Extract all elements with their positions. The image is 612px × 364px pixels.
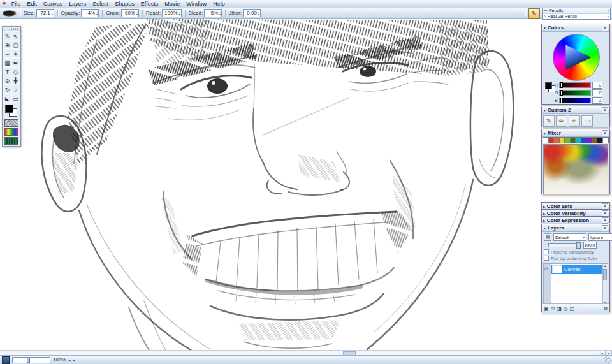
size-input[interactable]: 72.1 ▴▾: [36, 9, 54, 17]
menu-select[interactable]: Select: [89, 0, 112, 8]
layer-opacity-slider[interactable]: [548, 243, 581, 247]
layers-panel-header[interactable]: ▼ Layers ×: [542, 224, 609, 232]
eye-icon[interactable]: ⊙: [544, 266, 548, 272]
menu-window[interactable]: Window: [183, 0, 210, 8]
zoom-slider[interactable]: [12, 357, 50, 363]
mixer-panel-header[interactable]: ▼ Mixer ×: [542, 129, 609, 137]
zoom-page-icon[interactable]: [2, 356, 10, 364]
gradient-selector[interactable]: [4, 128, 18, 136]
custom-brush-2[interactable]: ✏: [556, 115, 567, 127]
spin-down-icon[interactable]: ▾: [52, 13, 53, 15]
close-icon[interactable]: ×: [602, 225, 608, 231]
expand-icon[interactable]: ▶: [543, 219, 546, 222]
rotate-page-tool[interactable]: ↻: [3, 85, 11, 94]
green-value[interactable]: 0: [592, 89, 602, 96]
custom-brush-3[interactable]: ✒: [569, 115, 580, 127]
menu-shapes[interactable]: Shapes: [112, 0, 138, 8]
slider-marker[interactable]: [561, 83, 562, 87]
color-wheel[interactable]: [553, 34, 600, 81]
brush-variant-row[interactable]: ≈ Real 2B Pencil ▾: [543, 14, 610, 19]
layer-adjuster-tool[interactable]: ↖: [11, 31, 20, 40]
magic-wand-tool[interactable]: ✶: [11, 49, 20, 58]
dynamic-plugin-button[interactable]: ◎: [564, 306, 568, 312]
zoom-slider-thumb[interactable]: [27, 358, 30, 363]
green-slider[interactable]: [559, 90, 591, 96]
spin-down-icon[interactable]: ▾: [219, 13, 221, 15]
mixer-swatch[interactable]: [571, 138, 576, 143]
expand-icon[interactable]: ▶: [543, 205, 546, 208]
resat-input[interactable]: 100% ▴▾: [162, 9, 181, 17]
new-group-button[interactable]: ⊞: [551, 306, 555, 312]
mixer-swatch[interactable]: [603, 138, 609, 143]
menu-edit[interactable]: Edit: [24, 0, 40, 8]
resize-grip[interactable]: [604, 356, 611, 363]
collapse-icon[interactable]: ▼: [543, 226, 546, 230]
menu-effects[interactable]: Effects: [138, 0, 161, 8]
close-icon[interactable]: ×: [602, 107, 608, 113]
red-value[interactable]: 0: [592, 82, 602, 89]
layer-list-scrollbar[interactable]: ▲ ▼: [602, 264, 608, 305]
brush-category-row[interactable]: ✏ Pencils ▾: [543, 8, 610, 14]
front-color-swatch[interactable]: [545, 82, 552, 89]
mixer-swatch[interactable]: [543, 138, 549, 143]
main-color-swatch[interactable]: [5, 105, 13, 113]
close-icon[interactable]: ×: [602, 210, 608, 217]
slider-marker[interactable]: [561, 91, 562, 95]
menu-layers[interactable]: Layers: [66, 0, 89, 8]
zoom-in-icon[interactable]: ▸: [73, 358, 75, 362]
dropper-tool[interactable]: ▿: [11, 85, 20, 94]
composite-method-select[interactable]: Default ▾: [553, 233, 586, 241]
scroll-up-icon[interactable]: ▲: [603, 264, 608, 268]
mixer-pad[interactable]: [543, 144, 608, 194]
rect-select-tool[interactable]: ◻: [11, 40, 20, 49]
close-icon[interactable]: ×: [602, 203, 608, 210]
toolbox-grip[interactable]: [3, 27, 20, 31]
opacity-input[interactable]: 4% ▴▾: [81, 9, 99, 17]
eraser-tool[interactable]: ▭: [11, 94, 20, 103]
pickup-color-checkbox[interactable]: [544, 256, 549, 261]
expand-icon[interactable]: ▶: [543, 212, 546, 215]
brush-selector[interactable]: ✏ Pencils ▾ ≈ Real 2B Pencil ▾: [542, 8, 611, 20]
mixer-swatch[interactable]: [554, 138, 560, 143]
zoom-out-icon[interactable]: ◂: [68, 358, 70, 362]
red-slider[interactable]: [559, 82, 591, 88]
close-icon[interactable]: ×: [602, 130, 608, 136]
delete-layer-button[interactable]: ⊠: [603, 306, 608, 312]
mixer-swatch[interactable]: [597, 138, 603, 143]
zoom-tool[interactable]: ⊙: [3, 76, 11, 85]
mixer-swatch[interactable]: [549, 138, 555, 143]
layer-opacity-value[interactable]: 100%: [583, 242, 597, 249]
grabber-tool[interactable]: ╋: [11, 76, 20, 85]
mixer-swatch[interactable]: [592, 138, 598, 143]
spin-down-icon[interactable]: ▾: [258, 13, 259, 15]
bleed-input[interactable]: 5% ▴▾: [204, 9, 222, 17]
spin-down-icon[interactable]: ▾: [136, 13, 138, 15]
custom-panel-header[interactable]: ▼ Custom 2 ×: [542, 106, 609, 114]
pattern-selector[interactable]: [4, 137, 18, 145]
layer-mask-button[interactable]: ◨: [557, 306, 562, 312]
colors-panel-header[interactable]: ▼ Colors ×: [542, 24, 609, 32]
new-layer-button[interactable]: ▣: [544, 306, 549, 312]
scrollbar-thumb[interactable]: [603, 269, 607, 280]
sv-triangle[interactable]: [560, 41, 593, 74]
close-icon[interactable]: ×: [602, 25, 608, 31]
menu-help[interactable]: Help: [210, 0, 228, 8]
spin-down-icon[interactable]: ▾: [179, 13, 180, 15]
menu-file[interactable]: File: [8, 0, 24, 8]
spin-down-icon[interactable]: ▾: [96, 13, 98, 15]
text-tool[interactable]: T: [3, 67, 11, 76]
slider-marker[interactable]: [561, 98, 562, 103]
collapse-icon[interactable]: ▼: [543, 108, 546, 112]
collapse-icon[interactable]: ▼: [543, 26, 546, 30]
opacity-slider-thumb[interactable]: [576, 242, 581, 249]
layer-commands-icon[interactable]: ▤: [544, 233, 551, 241]
mixer-swatch[interactable]: [581, 138, 587, 143]
pen-tool[interactable]: ✒: [11, 58, 20, 67]
new-channel-button[interactable]: ◫: [570, 306, 575, 312]
custom-brush-4[interactable]: ▭: [581, 115, 593, 127]
custom-brush-1[interactable]: ✎: [543, 115, 555, 127]
paint-bucket-tool[interactable]: ◣: [3, 94, 11, 103]
grain-input[interactable]: 60% ▴▾: [121, 9, 139, 17]
jitter-input[interactable]: 0.00 ▴▾: [243, 9, 261, 17]
paper-selector[interactable]: [4, 119, 18, 127]
